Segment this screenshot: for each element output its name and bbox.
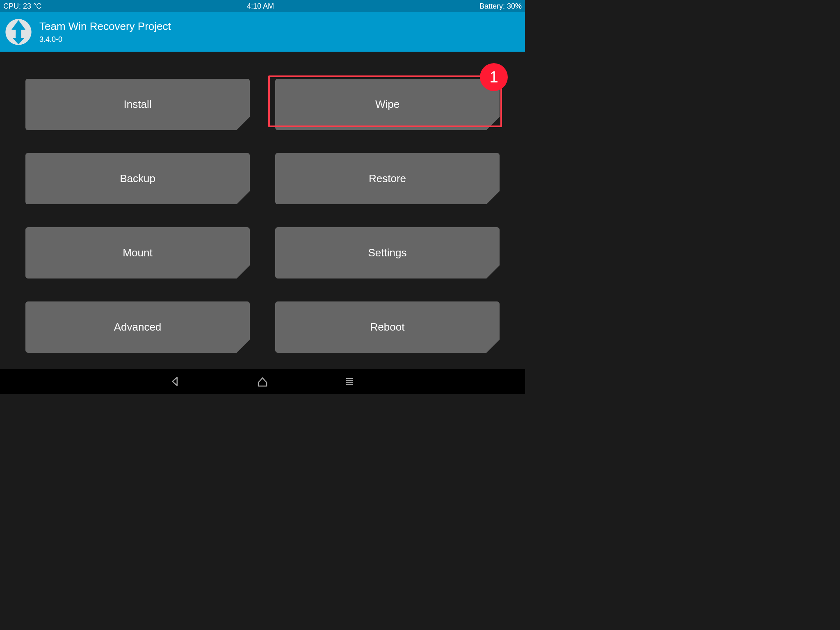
battery-level: Battery: 30% <box>479 2 522 11</box>
annotation-badge: 1 <box>480 63 508 91</box>
annotation-number: 1 <box>489 68 498 86</box>
tile-label: Advanced <box>114 321 162 333</box>
twrp-logo-icon <box>5 18 32 46</box>
app-header: Team Win Recovery Project 3.4.0-0 <box>0 12 525 52</box>
backup-button[interactable]: Backup <box>25 153 250 204</box>
menu-icon[interactable] <box>342 374 356 388</box>
tile-label: Settings <box>368 247 407 259</box>
home-icon[interactable] <box>256 374 269 388</box>
install-button[interactable]: Install <box>25 79 250 130</box>
header-text: Team Win Recovery Project 3.4.0-0 <box>39 20 171 44</box>
back-icon[interactable] <box>169 374 183 388</box>
clock: 4:10 AM <box>247 2 274 11</box>
tile-label: Wipe <box>375 98 399 111</box>
nav-bar <box>0 369 525 394</box>
restore-button[interactable]: Restore <box>275 153 500 204</box>
app-title: Team Win Recovery Project <box>39 20 171 33</box>
wipe-button[interactable]: Wipe <box>275 79 500 130</box>
tile-label: Backup <box>120 172 155 185</box>
mount-button[interactable]: Mount <box>25 227 250 278</box>
main-menu-grid: Install Wipe Backup Restore Mount Settin… <box>0 52 525 369</box>
tile-label: Install <box>124 98 152 111</box>
tile-label: Mount <box>123 247 152 259</box>
advanced-button[interactable]: Advanced <box>25 301 250 353</box>
reboot-button[interactable]: Reboot <box>275 301 500 353</box>
cpu-temp: CPU: 23 °C <box>3 2 41 11</box>
app-version: 3.4.0-0 <box>39 35 171 44</box>
status-bar: CPU: 23 °C 4:10 AM Battery: 30% <box>0 0 525 12</box>
settings-button[interactable]: Settings <box>275 227 500 278</box>
tile-label: Restore <box>369 172 406 185</box>
tile-label: Reboot <box>370 321 405 333</box>
